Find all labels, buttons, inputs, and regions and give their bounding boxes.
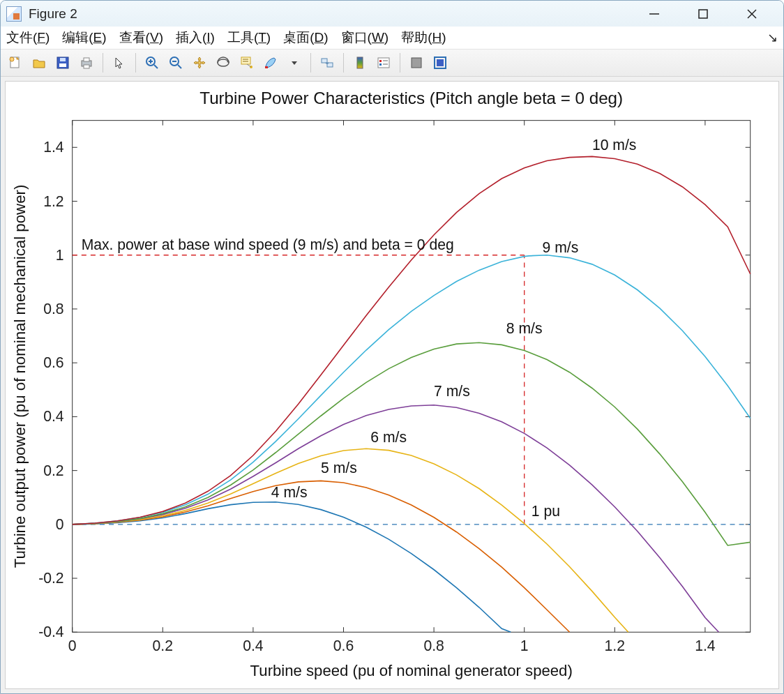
series-label: 7 m/s [434,383,470,399]
titlebar: Figure 2 [1,1,783,27]
menu-desktop[interactable]: 桌面(D) [283,29,328,47]
ytick-label: -0.4 [38,624,64,640]
data-cursor-icon[interactable] [236,52,257,73]
svg-marker-27 [292,61,297,65]
svg-rect-28 [322,59,327,63]
xtick-label: 1.2 [605,637,625,653]
window-title: Figure 2 [29,6,77,22]
svg-rect-7 [59,63,66,67]
xtick-label: 0.4 [243,637,264,653]
svg-rect-38 [437,59,444,66]
zoom-out-icon[interactable] [165,52,186,73]
window-controls [642,3,778,24]
toolbar-separator [103,53,103,73]
menu-insert[interactable]: 插入(I) [176,29,215,47]
svg-rect-10 [84,58,89,61]
link-plot-icon[interactable] [317,52,338,73]
ytick-label: 1.2 [43,193,63,209]
print-icon[interactable] [76,52,97,73]
menu-edit[interactable]: 编辑(E) [62,29,106,47]
ytick-label: -0.2 [38,570,63,586]
show-plot-tools-icon[interactable] [430,52,451,73]
xtick-label: 0.2 [153,637,173,653]
minimize-button[interactable] [642,3,666,24]
toolbar-separator [310,53,311,73]
axes-box [73,120,751,632]
svg-rect-11 [84,65,89,68]
series-label: 10 m/s [592,137,636,153]
brush-dropdown-icon[interactable] [284,52,305,73]
series-label: 9 m/s [543,239,579,255]
rotate3d-icon[interactable] [213,52,234,73]
pointer-icon[interactable] [109,52,130,73]
svg-point-19 [218,59,229,66]
colorbar-icon[interactable] [349,52,370,73]
xtick-label: 1.4 [695,637,716,653]
zoom-in-icon[interactable] [142,52,163,73]
plot-container: 00.20.40.60.811.21.4-0.4-0.200.20.40.60.… [1,77,783,693]
svg-line-17 [178,65,181,68]
svg-rect-26 [265,66,268,68]
ytick-label: 0.4 [43,408,64,424]
svg-line-13 [154,65,158,68]
svg-rect-1 [699,10,707,18]
ytick-label: 0 [56,516,64,532]
matlab-app-icon [6,6,22,22]
svg-point-5 [10,57,14,61]
menu-file[interactable]: 文件(F) [6,29,50,47]
dock-arrow-icon[interactable]: ↘ [767,30,778,45]
ytick-label: 0.6 [43,354,63,370]
save-icon[interactable] [52,52,73,73]
hide-plot-tools-icon[interactable] [406,52,427,73]
new-figure-icon[interactable] [5,52,26,73]
svg-rect-8 [60,58,66,61]
annotation-one-pu: 1 pu [532,502,560,519]
menu-view[interactable]: 查看(V) [119,29,163,47]
series-label: 5 m/s [321,460,357,476]
toolbar-separator [343,53,344,73]
ytick-label: 0.2 [43,462,63,478]
xtick-label: 0 [68,637,77,653]
figure-window: Figure 2 文件(F) 编辑(E) 查看(V) 插入(I) 工具(T) 桌… [0,0,784,694]
menubar: 文件(F) 编辑(E) 查看(V) 插入(I) 工具(T) 桌面(D) 窗口(W… [1,27,783,49]
ytick-label: 1.4 [43,139,64,155]
axes[interactable]: 00.20.40.60.811.21.4-0.4-0.200.20.40.60.… [5,81,779,689]
open-icon[interactable] [29,52,50,73]
pan-icon[interactable] [189,52,210,73]
toolbar-separator [400,53,400,73]
series-label: 4 m/s [271,484,308,500]
legend-icon[interactable] [373,52,394,73]
svg-rect-30 [357,57,363,68]
xlabel: Turbine speed (pu of nominal generator s… [250,662,573,679]
svg-rect-31 [378,58,389,68]
chart-title: Turbine Power Characteristics (Pitch ang… [199,89,623,107]
chart-svg: 00.20.40.60.811.21.4-0.4-0.200.20.40.60.… [6,82,778,688]
xtick-label: 1 [520,637,529,653]
xtick-label: 0.6 [333,637,354,653]
series-label: 8 m/s [506,319,543,335]
series-label: 6 m/s [370,429,407,445]
svg-line-25 [247,64,251,67]
menu-tools[interactable]: 工具(T) [227,29,271,47]
xtick-label: 0.8 [423,637,444,653]
maximize-button[interactable] [691,3,715,24]
svg-rect-36 [412,58,421,68]
toolbar [1,50,783,77]
brush-icon[interactable] [260,52,281,73]
svg-rect-21 [241,57,250,64]
menu-help[interactable]: 帮助(H) [401,29,446,47]
svg-rect-32 [379,60,382,62]
ytick-label: 1 [56,247,64,263]
ylabel: Turbine output power (pu of nominal mech… [11,184,29,568]
ytick-label: 0.8 [43,301,63,317]
annotation-max-power: Max. power at base wind speed (9 m/s) an… [82,236,454,252]
svg-rect-33 [379,63,382,66]
menu-window[interactable]: 窗口(W) [341,29,389,47]
toolbar-separator [135,53,136,73]
close-button[interactable] [740,3,764,24]
